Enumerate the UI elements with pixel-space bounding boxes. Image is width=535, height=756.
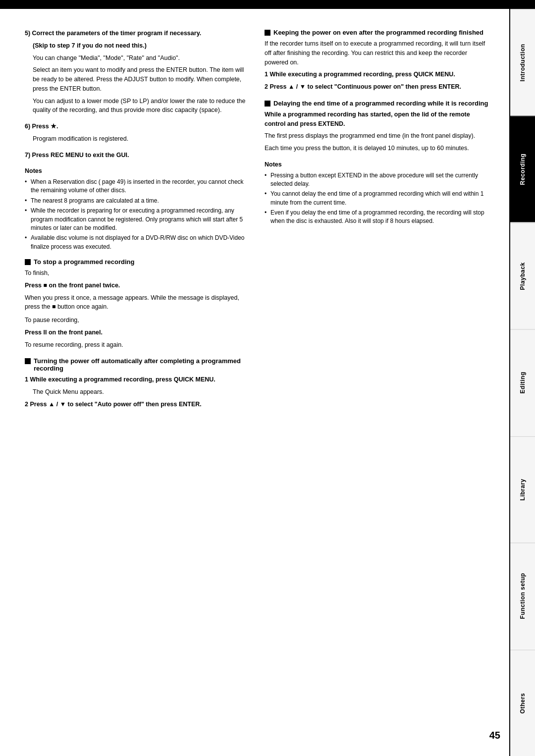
delay-para1: The first press displays the programmed … xyxy=(265,131,489,141)
auto-off-step2-num: 2 xyxy=(25,401,30,408)
sidebar-tab-introduction[interactable]: Introduction xyxy=(510,9,535,115)
main-content: 5) Correct the parameters of the timer p… xyxy=(0,9,509,756)
sidebar-tab-function-setup[interactable]: Function setup xyxy=(510,542,535,649)
right-note-2: You cannot delay the end time of a progr… xyxy=(265,190,489,207)
auto-off-heading: Turning the power off automatically afte… xyxy=(34,357,250,372)
step5-para3: You can adjust to a lower mode (SP to LP… xyxy=(25,97,250,115)
keep-power-step2-text: Press ▲ / ▼ to select "Continuous power … xyxy=(269,83,461,90)
step6-section: 6) Press ★. Program modification is regi… xyxy=(25,122,250,144)
stop-bold1: Press ■ on the front panel twice. xyxy=(25,281,250,290)
keep-power-step2-num: 2 xyxy=(265,83,269,90)
step5-para1: You can change "Media", "Mode", "Rate" a… xyxy=(25,54,250,63)
left-notes-list: When a Reservation disc ( page 49) is in… xyxy=(25,178,250,251)
keep-power-para1: If the recorder turns itself on to execu… xyxy=(265,39,489,67)
stop-recording-heading-block: To stop a programmed recording xyxy=(25,258,250,266)
sidebar-tab-editing[interactable]: Editing xyxy=(510,329,535,435)
stop-recording-heading: To stop a programmed recording xyxy=(34,258,134,266)
right-note-3: Even if you delay the end time of a prog… xyxy=(265,209,489,226)
left-notes-title: Notes xyxy=(25,166,250,176)
auto-off-step1-text: While executing a programmed recording, … xyxy=(30,376,215,383)
step7-section: 7) Press REC MENU to exit the GUI. xyxy=(25,151,250,160)
right-notes-title: Notes xyxy=(265,160,489,169)
keep-power-step2: 2 Press ▲ / ▼ to select "Continuous powe… xyxy=(265,82,489,92)
top-bar xyxy=(0,0,535,9)
auto-off-step1-num: 1 xyxy=(25,376,30,383)
left-note-3: While the recorder is preparing for or e… xyxy=(25,207,250,232)
keep-power-section: Keeping the power on even after the prog… xyxy=(265,29,489,92)
right-column: Keeping the power on even after the prog… xyxy=(265,29,489,736)
keep-power-icon xyxy=(265,30,270,36)
sidebar-tab-recording[interactable]: Recording xyxy=(510,115,535,222)
delay-heading: Delaying the end time of a programmed re… xyxy=(273,100,488,107)
sidebar-tab-library[interactable]: Library xyxy=(510,436,535,542)
auto-off-step1-sub: The Quick Menu appears. xyxy=(25,387,250,397)
left-note-1: When a Reservation disc ( page 49) is in… xyxy=(25,178,250,195)
delay-para2: Each time you press the button, it is de… xyxy=(265,144,489,153)
sidebar-tab-others[interactable]: Others xyxy=(510,649,535,756)
stop-para3: To pause recording, xyxy=(25,316,250,325)
stop-bold2: Press II on the front panel. xyxy=(25,328,250,337)
stop-recording-icon xyxy=(25,259,31,265)
keep-power-heading: Keeping the power on even after the prog… xyxy=(273,29,483,36)
step6-heading: 6) Press ★. xyxy=(25,122,250,131)
step5-skip: (Skip to step 7 if you do not need this.… xyxy=(25,41,250,51)
step7-heading: 7) Press REC MENU to exit the GUI. xyxy=(25,151,250,160)
keep-power-step1-num: 1 xyxy=(265,71,269,78)
auto-off-heading-block: Turning the power off automatically afte… xyxy=(25,357,250,372)
left-notes: Notes When a Reservation disc ( page 49)… xyxy=(25,166,250,251)
step5-section: 5) Correct the parameters of the timer p… xyxy=(25,29,250,115)
right-note-1: Pressing a button except EXTEND in the a… xyxy=(265,171,489,189)
stop-recording-section: To stop a programmed recording To finish… xyxy=(25,258,250,349)
keep-power-step1-text: While executing a programmed recording, … xyxy=(269,71,455,78)
left-note-2: The nearest 8 programs are calculated at… xyxy=(25,197,250,205)
delay-section: Delaying the end time of a programmed re… xyxy=(265,100,489,153)
page-number: 45 xyxy=(489,730,500,741)
delay-bold-para: While a programmed recording has started… xyxy=(265,110,489,129)
delay-heading-block: Delaying the end time of a programmed re… xyxy=(265,100,489,107)
left-column: 5) Correct the parameters of the timer p… xyxy=(25,29,250,736)
left-note-4: Available disc volume is not displayed f… xyxy=(25,234,250,251)
stop-para2: When you press it once, a message appear… xyxy=(25,293,250,312)
sidebar-tab-playback[interactable]: Playback xyxy=(510,222,535,329)
delay-icon xyxy=(265,101,270,107)
sidebar: Introduction Recording Playback Editing … xyxy=(509,9,535,756)
auto-off-step1: 1 While executing a programmed recording… xyxy=(25,375,250,397)
auto-off-section: Turning the power off automatically afte… xyxy=(25,357,250,409)
right-notes-list: Pressing a button except EXTEND in the a… xyxy=(265,171,489,226)
auto-off-step2-text: Press ▲ / ▼ to select "Auto power off" t… xyxy=(30,401,201,408)
right-notes: Notes Pressing a button except EXTEND in… xyxy=(265,160,489,226)
keep-power-step1: 1 While executing a programmed recording… xyxy=(265,70,489,79)
step6-text: Program modification is registered. xyxy=(25,134,250,144)
stop-para4: To resume recording, press it again. xyxy=(25,340,250,350)
stop-para1: To finish, xyxy=(25,269,250,278)
step5-heading: 5) Correct the parameters of the timer p… xyxy=(25,29,250,38)
auto-off-step2: 2 Press ▲ / ▼ to select "Auto power off"… xyxy=(25,400,250,409)
keep-power-heading-block: Keeping the power on even after the prog… xyxy=(265,29,489,36)
auto-off-icon xyxy=(25,358,31,364)
step5-para2: Select an item you want to modify and pr… xyxy=(25,65,250,93)
